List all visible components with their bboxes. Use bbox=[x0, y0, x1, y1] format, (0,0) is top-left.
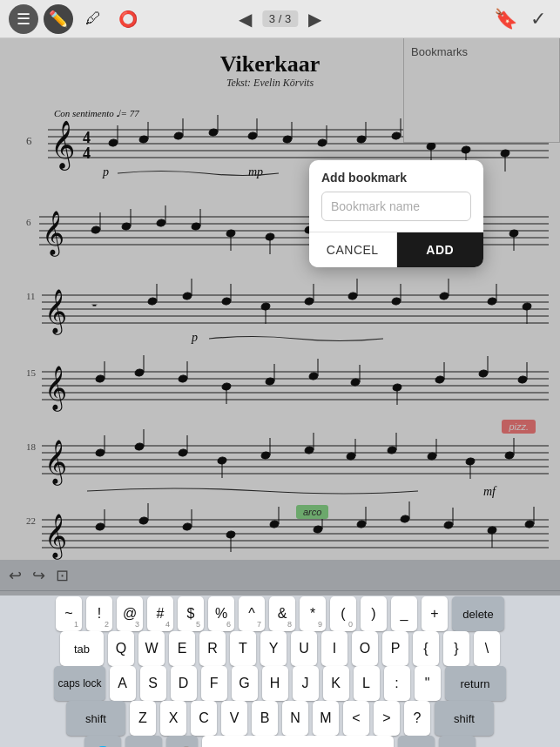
caps-lock-key[interactable]: caps lock bbox=[54, 666, 105, 701]
key-percent[interactable]: %6 bbox=[208, 596, 234, 631]
check-button[interactable]: ✓ bbox=[525, 6, 551, 32]
page-indicator: 3 / 3 bbox=[262, 10, 298, 27]
key-rparen[interactable]: ) bbox=[361, 596, 387, 631]
eraser-button[interactable]: ⭕ bbox=[113, 4, 143, 34]
num-key-left[interactable]: .?123 bbox=[125, 736, 162, 747]
check-icon: ✓ bbox=[530, 8, 546, 30]
add-bookmark-modal: Add bookmark CANCEL ADD bbox=[309, 160, 483, 267]
key-question[interactable]: ? bbox=[404, 701, 430, 736]
toolbar-center: ◀ 3 / 3 ▶ bbox=[235, 5, 325, 33]
key-at[interactable]: @3 bbox=[117, 596, 143, 631]
key-j[interactable]: J bbox=[293, 666, 319, 701]
key-caret[interactable]: ^7 bbox=[239, 596, 265, 631]
key-gt[interactable]: > bbox=[374, 701, 400, 736]
key-plus[interactable]: + bbox=[422, 596, 448, 631]
key-s[interactable]: S bbox=[140, 666, 166, 701]
left-shift-key[interactable]: shift bbox=[66, 701, 125, 736]
keyboard-row-qwerty: tab Q W E R T Y U I O P { } \ bbox=[0, 631, 560, 666]
key-lbrace[interactable]: { bbox=[413, 631, 439, 666]
add-button[interactable]: ADD bbox=[397, 232, 484, 267]
key-g[interactable]: G bbox=[232, 666, 258, 701]
next-page-button[interactable]: ▶ bbox=[305, 5, 325, 33]
tab-key[interactable]: tab bbox=[60, 631, 104, 666]
sheet-area: Bookmarks Vikerkaar Tekst: Evelin Körvit… bbox=[0, 38, 560, 596]
key-k[interactable]: K bbox=[323, 666, 349, 701]
key-f[interactable]: F bbox=[201, 666, 227, 701]
key-u[interactable]: U bbox=[291, 631, 317, 666]
return-key[interactable]: return bbox=[445, 666, 506, 701]
key-b[interactable]: B bbox=[252, 701, 278, 736]
mic-key[interactable]: 🎤 bbox=[166, 736, 198, 747]
next-icon: ▶ bbox=[308, 10, 321, 29]
draw-icon: 🖊 bbox=[85, 10, 101, 28]
pencil-button[interactable]: ✏️ bbox=[44, 4, 73, 34]
key-tilde[interactable]: ~1 bbox=[56, 596, 82, 631]
right-shift-key[interactable]: shift bbox=[435, 701, 494, 736]
delete-key[interactable]: delete bbox=[452, 596, 504, 631]
key-lt[interactable]: < bbox=[343, 701, 369, 736]
bookmark-button[interactable]: 🔖 bbox=[492, 6, 518, 32]
space-key[interactable] bbox=[202, 736, 394, 747]
menu-button[interactable]: ☰ bbox=[9, 4, 38, 34]
key-r[interactable]: R bbox=[199, 631, 226, 666]
key-rbrace[interactable]: } bbox=[443, 631, 469, 666]
modal-overlay bbox=[0, 38, 560, 596]
key-underscore[interactable]: _ bbox=[391, 596, 417, 631]
keyboard-row-numbers: ~1 !2 @3 #4 $5 %6 ^7 &8 *9 (0 ) _ + dele… bbox=[0, 596, 560, 631]
menu-icon: ☰ bbox=[17, 10, 30, 29]
top-toolbar: ☰ ✏️ 🖊 ⭕ ◀ 3 / 3 ▶ 🔖 ✓ bbox=[0, 0, 560, 38]
key-lparen[interactable]: (0 bbox=[330, 596, 356, 631]
key-dollar[interactable]: $5 bbox=[178, 596, 204, 631]
key-amp[interactable]: &8 bbox=[269, 596, 295, 631]
prev-icon: ◀ bbox=[239, 10, 252, 29]
pencil-icon: ✏️ bbox=[49, 10, 68, 29]
key-y[interactable]: Y bbox=[260, 631, 287, 666]
key-colon[interactable]: : bbox=[384, 666, 410, 701]
emoji-key[interactable]: 🌐 bbox=[84, 736, 121, 747]
keyboard-row-asdf: caps lock A S D F G H J K L : " return bbox=[0, 666, 560, 701]
modal-title: Add bookmark bbox=[309, 160, 483, 192]
key-h[interactable]: H bbox=[262, 666, 288, 701]
key-e[interactable]: E bbox=[169, 631, 195, 666]
hide-keyboard-key[interactable]: ⌨ bbox=[439, 736, 476, 747]
eraser-icon: ⭕ bbox=[118, 10, 138, 29]
key-l[interactable]: L bbox=[354, 666, 380, 701]
key-m[interactable]: M bbox=[313, 701, 339, 736]
keyboard-row-bottom: 🌐 .?123 🎤 .?123 ⌨ bbox=[0, 736, 560, 747]
key-v[interactable]: V bbox=[221, 701, 247, 736]
key-o[interactable]: O bbox=[352, 631, 378, 666]
key-exclaim[interactable]: !2 bbox=[86, 596, 112, 631]
bookmark-icon: 🔖 bbox=[494, 8, 517, 30]
toolbar-right: 🔖 ✓ bbox=[492, 6, 551, 32]
cancel-button[interactable]: CANCEL bbox=[309, 232, 397, 267]
key-quote[interactable]: " bbox=[415, 666, 441, 701]
key-star[interactable]: *9 bbox=[300, 596, 326, 631]
key-a[interactable]: A bbox=[110, 666, 136, 701]
key-hash[interactable]: #4 bbox=[147, 596, 173, 631]
keyboard-row-zxcv: shift Z X C V B N M < > ? shift bbox=[0, 701, 560, 736]
bookmark-name-input[interactable] bbox=[321, 192, 471, 221]
key-d[interactable]: D bbox=[171, 666, 197, 701]
key-x[interactable]: X bbox=[160, 701, 186, 736]
modal-buttons: CANCEL ADD bbox=[309, 232, 483, 267]
key-i[interactable]: I bbox=[321, 631, 347, 666]
key-z[interactable]: Z bbox=[130, 701, 156, 736]
key-t[interactable]: T bbox=[230, 631, 256, 666]
prev-page-button[interactable]: ◀ bbox=[235, 5, 255, 33]
toolbar-left: ☰ ✏️ 🖊 ⭕ bbox=[9, 4, 143, 34]
num-key-right[interactable]: .?123 bbox=[398, 736, 435, 747]
key-w[interactable]: W bbox=[138, 631, 165, 666]
key-p[interactable]: P bbox=[382, 631, 408, 666]
key-c[interactable]: C bbox=[191, 701, 217, 736]
key-q[interactable]: Q bbox=[108, 631, 134, 666]
draw-button[interactable]: 🖊 bbox=[78, 4, 108, 34]
key-pipe[interactable]: \ bbox=[474, 631, 500, 666]
key-n[interactable]: N bbox=[282, 701, 308, 736]
